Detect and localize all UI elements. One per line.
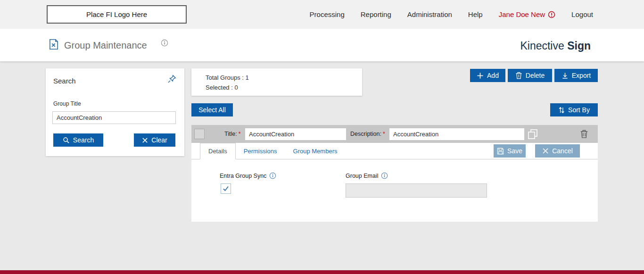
required-asterisk: * (239, 131, 241, 137)
footer-accent-bar (0, 270, 644, 274)
search-button[interactable]: Search (53, 133, 103, 147)
group-email-label: Group Email (346, 172, 388, 179)
main-area: Search Group Title Search (0, 61, 644, 270)
plus-icon (477, 72, 484, 79)
row-title-input[interactable] (245, 128, 347, 141)
copy-icon[interactable] (527, 128, 538, 140)
group-title-input[interactable] (52, 111, 176, 124)
search-panel-title: Search (53, 77, 76, 85)
search-button-label: Search (73, 136, 94, 144)
alert-circle-icon (548, 11, 555, 18)
group-detail-panel: Details Permissions Group Members Save (191, 143, 598, 222)
brand-logo: Kinective Sign (520, 40, 591, 52)
info-icon[interactable] (381, 172, 388, 179)
document-x-icon (48, 38, 60, 50)
nav-logout[interactable]: Logout (571, 10, 593, 18)
add-button-label: Add (487, 72, 499, 79)
select-all-button[interactable]: Select All (191, 103, 233, 116)
nav-help[interactable]: Help (468, 10, 483, 18)
floppy-icon (497, 148, 504, 155)
group-title-label: Group Title (53, 100, 81, 107)
total-groups-text: Total Groups : 1 (206, 73, 362, 83)
info-icon[interactable] (269, 172, 276, 179)
nav-user[interactable]: Jane Doe New (499, 10, 555, 18)
row-title-label: Title:* (224, 131, 241, 137)
group-row: Title:* Description:* (191, 125, 598, 143)
pin-icon[interactable] (167, 74, 177, 84)
sort-by-button[interactable]: Sort By (550, 103, 598, 116)
entra-group-sync-checkbox[interactable] (221, 183, 231, 194)
group-email-input[interactable] (346, 183, 487, 198)
export-button[interactable]: Export (554, 69, 598, 82)
search-icon (63, 137, 70, 144)
nav-reporting[interactable]: Reporting (361, 10, 391, 18)
page-title: Group Maintenance (64, 40, 147, 51)
add-button[interactable]: Add (470, 69, 505, 82)
app-window: Place FI Logo Here Processing Reporting … (0, 0, 644, 274)
row-trash-icon[interactable] (580, 129, 588, 139)
nav-user-label: Jane Doe New (499, 10, 545, 18)
row-checkbox[interactable] (194, 129, 205, 139)
trash-icon (515, 72, 522, 79)
download-icon (561, 72, 569, 79)
row-description-label: Description:* (350, 131, 385, 137)
export-button-label: Export (572, 72, 591, 79)
selected-count-text: Selected : 0 (206, 83, 362, 92)
select-all-button-label: Select All (198, 106, 226, 114)
info-icon[interactable] (161, 39, 168, 47)
delete-button-label: Delete (526, 72, 545, 79)
top-bar: Place FI Logo Here Processing Reporting … (0, 0, 644, 29)
cancel-button[interactable]: Cancel (535, 144, 580, 158)
save-button-label: Save (507, 147, 522, 155)
tab-details[interactable]: Details (200, 143, 236, 159)
brand-second: Sign (567, 40, 591, 52)
save-button[interactable]: Save (494, 144, 526, 158)
x-icon (542, 148, 549, 154)
row-description-input[interactable] (389, 128, 525, 141)
search-panel: Search Group Title Search (46, 68, 184, 156)
top-nav: Processing Reporting Administration Help… (310, 0, 593, 29)
clear-button[interactable]: Clear (134, 133, 175, 147)
delete-button[interactable]: Delete (508, 69, 552, 82)
nav-administration[interactable]: Administration (407, 10, 452, 18)
check-icon (222, 185, 230, 192)
required-asterisk: * (383, 131, 385, 137)
cancel-button-label: Cancel (552, 147, 573, 155)
sort-arrows-icon (558, 107, 565, 114)
brand-first: Kinective (520, 40, 564, 52)
sort-by-button-label: Sort By (568, 106, 590, 114)
tab-group-members[interactable]: Group Members (285, 143, 346, 159)
summary-panel: Total Groups : 1 Selected : 0 (191, 68, 362, 96)
nav-processing[interactable]: Processing (310, 10, 345, 18)
fi-logo-placeholder: Place FI Logo Here (47, 5, 187, 24)
clear-button-label: Clear (151, 136, 167, 144)
entra-group-sync-label: Entra Group Sync (220, 172, 276, 179)
x-icon (142, 137, 148, 143)
tab-permissions[interactable]: Permissions (236, 143, 285, 159)
